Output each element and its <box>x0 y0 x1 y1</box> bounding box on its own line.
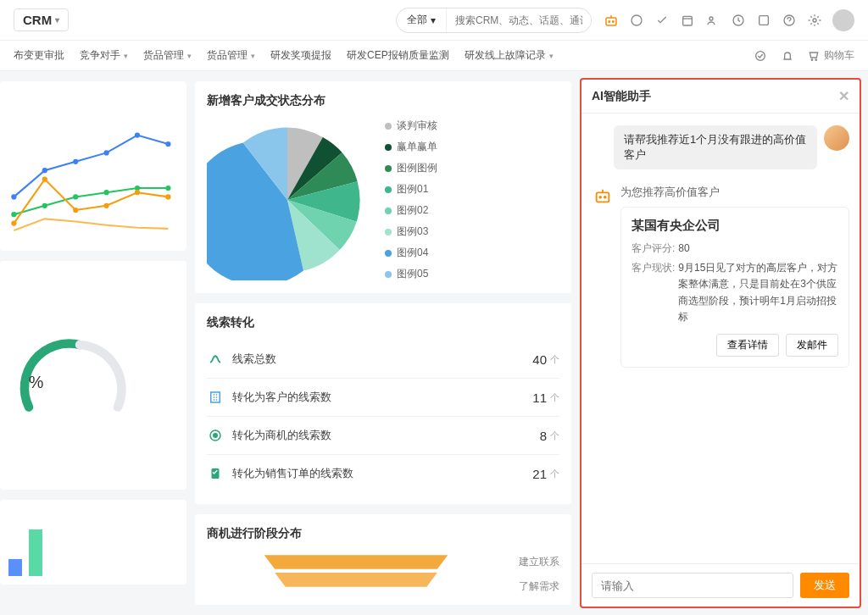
svg-point-28 <box>103 203 108 208</box>
svg-point-9 <box>813 19 816 22</box>
conversion-row[interactable]: 转化为客户的线索数 11 个 <box>207 379 559 417</box>
funnel-title: 商机进行阶段分布 <box>207 526 559 541</box>
pie-legend: 谈判审核 赢单赢单 图例图例 图例01 图例02 图例03 图例04 图例05 <box>385 119 437 281</box>
svg-point-25 <box>11 220 16 225</box>
search-scope-dropdown[interactable]: 全部 ▾ <box>397 8 447 32</box>
user-avatar[interactable] <box>832 9 854 31</box>
ai-chat-input[interactable] <box>592 573 793 598</box>
recommendation-card: 某国有央企公司 客户评分: 80 客户现状: 9月15日见了对方的高层客户，对方… <box>620 207 849 368</box>
nav-item[interactable]: 研发CEP报销质量监测 <box>347 48 449 63</box>
svg-point-11 <box>811 59 812 60</box>
app-name: CRM <box>23 13 52 27</box>
box-icon[interactable] <box>756 13 771 28</box>
chat-icon[interactable] <box>629 13 644 28</box>
gear-icon[interactable] <box>807 13 822 28</box>
bot-message: 为您推荐高价值客户 某国有央企公司 客户评分: 80 客户现状: 9月15日见了… <box>592 185 849 368</box>
svg-point-15 <box>73 159 78 164</box>
ai-assistant-panel: AI智能助手 ✕ 请帮我推荐近1个月没有跟进的高价值客户 为您推荐高价值客户 某… <box>580 78 861 608</box>
svg-point-5 <box>709 17 713 20</box>
svg-point-14 <box>42 168 47 173</box>
bot-intro: 为您推荐高价值客户 <box>620 185 849 200</box>
pie-card: 新增客户成交状态分布 谈判审核 赢单赢单 <box>195 81 571 293</box>
user-message: 请帮我推荐近1个月没有跟进的高价值客户 <box>592 125 849 169</box>
conversion-row[interactable]: 转化为商机的线索数 8 个 <box>207 417 559 455</box>
legend-item[interactable]: 赢单赢单 <box>385 140 437 154</box>
funnel-stage-label: 建立联系 <box>519 555 559 569</box>
cart-button[interactable]: 购物车 <box>807 48 854 63</box>
svg-rect-7 <box>760 15 769 25</box>
nav-item[interactable]: 货品管理▾ <box>143 48 192 63</box>
nav-item[interactable]: 研发线上故障记录▾ <box>465 48 554 63</box>
svg-point-19 <box>11 212 16 217</box>
check-icon[interactable] <box>654 13 670 28</box>
chevron-down-icon: ▾ <box>55 15 59 25</box>
conversion-row[interactable]: 转化为销售订单的线索数 21 个 <box>207 455 559 492</box>
clipboard-icon <box>207 465 224 482</box>
user-message-text: 请帮我推荐近1个月没有跟进的高价值客户 <box>614 125 817 169</box>
pie-chart <box>207 119 368 280</box>
svg-point-21 <box>73 194 78 199</box>
chevron-down-icon: ▾ <box>187 52 192 60</box>
bell-icon[interactable] <box>780 48 795 64</box>
chevron-down-icon: ▾ <box>251 52 255 60</box>
svg-point-3 <box>632 15 642 25</box>
svg-point-22 <box>103 190 108 195</box>
close-icon[interactable]: ✕ <box>838 88 849 104</box>
svg-rect-35 <box>212 468 220 479</box>
path-icon <box>207 351 224 368</box>
nav-row: 布变更审批 竞争对手▾ 货品管理▾ 货品管理▾ 研发奖项提报 研发CEP报销质量… <box>0 41 868 71</box>
svg-rect-38 <box>597 192 609 202</box>
funnel-chart <box>207 551 505 594</box>
legend-item[interactable]: 图例03 <box>385 224 437 239</box>
svg-rect-32 <box>211 392 220 402</box>
mini-bar-chart <box>0 500 186 585</box>
svg-point-10 <box>756 51 765 60</box>
svg-point-34 <box>214 434 218 438</box>
robot-icon[interactable] <box>604 13 619 28</box>
refresh-icon[interactable] <box>753 48 768 64</box>
svg-rect-0 <box>606 18 616 25</box>
status-value: 9月15日见了对方的高层客户，对方案整体满意，只是目前处在3个供应商选型阶段，预… <box>678 260 838 325</box>
send-button[interactable]: 发送 <box>800 573 849 598</box>
svg-point-20 <box>42 203 47 208</box>
svg-point-39 <box>599 197 601 198</box>
chevron-down-icon: ▾ <box>549 52 554 60</box>
svg-text:%: % <box>29 373 43 391</box>
legend-item[interactable]: 图例05 <box>385 267 437 281</box>
nav-item[interactable]: 竞争对手▾ <box>80 48 128 63</box>
pie-title: 新增客户成交状态分布 <box>207 93 559 108</box>
view-detail-button[interactable]: 查看详情 <box>716 334 779 357</box>
legend-item[interactable]: 图例04 <box>385 246 437 260</box>
nav-item[interactable]: 货品管理▾ <box>207 48 255 63</box>
legend-item[interactable]: 图例02 <box>385 203 437 218</box>
users-icon[interactable] <box>705 13 721 28</box>
svg-point-13 <box>11 194 16 199</box>
svg-point-27 <box>73 208 78 213</box>
user-avatar <box>824 125 849 151</box>
chevron-down-icon: ▾ <box>431 14 436 26</box>
conversion-row[interactable]: 线索总数 40 个 <box>207 341 559 379</box>
svg-point-16 <box>103 150 108 155</box>
legend-item[interactable]: 谈判审核 <box>385 119 437 133</box>
send-email-button[interactable]: 发邮件 <box>786 334 838 357</box>
calendar-icon[interactable] <box>680 13 695 28</box>
legend-item[interactable]: 图例01 <box>385 182 437 197</box>
gauge-chart: % <box>0 261 186 490</box>
search-input[interactable] <box>447 14 591 26</box>
svg-point-26 <box>42 176 47 181</box>
robot-icon <box>592 185 614 207</box>
nav-item[interactable]: 研发奖项提报 <box>270 48 331 63</box>
company-name: 某国有央企公司 <box>632 218 838 234</box>
svg-point-40 <box>604 197 606 198</box>
nav-item[interactable]: 布变更审批 <box>14 48 64 63</box>
chevron-down-icon: ▾ <box>124 52 128 60</box>
legend-item[interactable]: 图例图例 <box>385 161 437 175</box>
svg-point-30 <box>165 194 170 199</box>
clock-icon[interactable] <box>731 13 746 28</box>
score-value: 80 <box>678 241 689 257</box>
help-icon[interactable] <box>782 13 797 28</box>
svg-point-17 <box>135 132 140 137</box>
app-switcher[interactable]: CRM ▾ <box>14 8 69 31</box>
global-search[interactable]: 全部 ▾ <box>396 8 592 33</box>
app-header: CRM ▾ 全部 ▾ <box>0 0 868 41</box>
